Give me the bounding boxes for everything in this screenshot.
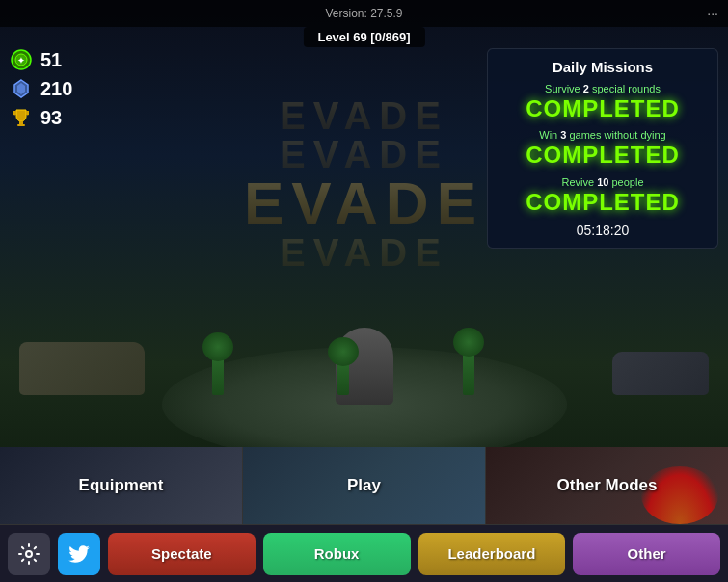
level-label: Level 69 [0/869] xyxy=(303,27,424,47)
evade-watermark: EVADE EVADE EVADE EVADE xyxy=(244,96,484,272)
evade-line-1: EVADE xyxy=(244,96,484,135)
equipment-label: Equipment xyxy=(79,476,164,495)
evade-line-2: EVADE xyxy=(244,135,484,173)
tree xyxy=(337,357,349,395)
equipment-button[interactable]: Equipment xyxy=(0,447,243,524)
tree xyxy=(212,352,224,395)
leaderboard-label: Leaderboard xyxy=(447,545,535,562)
missions-panel: Daily Missions Survive 2 special rounds … xyxy=(487,48,718,249)
toolbar: Spectate Robux Leaderboard Other xyxy=(0,524,728,582)
top-bar: Version: 27.5.9 ··· xyxy=(0,0,728,27)
spectate-label: Spectate xyxy=(151,545,212,562)
other-modes-label: Other Modes xyxy=(557,476,658,495)
mission-desc-1: Survive 2 special rounds xyxy=(502,83,703,94)
missions-title: Daily Missions xyxy=(502,59,703,75)
other-modes-button[interactable]: Other Modes xyxy=(486,447,728,524)
mission-item-1: Survive 2 special rounds COMPLETED xyxy=(502,83,703,121)
spectate-button[interactable]: Spectate xyxy=(108,533,256,575)
play-label: Play xyxy=(347,476,381,495)
tree xyxy=(463,347,474,395)
xp-stat-row: ✦ 51 xyxy=(10,48,72,71)
evade-line-main: EVADE xyxy=(244,173,484,233)
leaderboard-button[interactable]: Leaderboard xyxy=(418,533,566,575)
twitter-button[interactable] xyxy=(58,533,100,575)
fire-overlay xyxy=(641,466,718,524)
crystal-icon xyxy=(10,77,33,100)
car-right xyxy=(612,352,709,395)
other-button[interactable]: Other xyxy=(573,533,720,575)
missions-timer: 05:18:20 xyxy=(502,223,703,238)
level-bar: Level 69 [0/869] xyxy=(303,27,424,47)
mission-status-1: COMPLETED xyxy=(502,96,703,121)
trophy-value: 93 xyxy=(40,107,62,129)
mission-item-3: Revive 10 people COMPLETED xyxy=(502,176,703,215)
mission-status-3: COMPLETED xyxy=(502,190,703,215)
menu-dots-icon[interactable]: ··· xyxy=(707,6,718,21)
mission-status-2: COMPLETED xyxy=(502,143,703,168)
crystal-stat-row: 210 xyxy=(10,77,72,100)
svg-point-7 xyxy=(26,551,32,557)
robux-button[interactable]: Robux xyxy=(263,533,411,575)
svg-rect-6 xyxy=(17,124,25,126)
mission-desc-2: Win 3 games without dying xyxy=(502,129,703,141)
play-button[interactable]: Play xyxy=(243,447,486,524)
svg-rect-5 xyxy=(19,121,23,124)
svg-text:✦: ✦ xyxy=(17,56,25,66)
bottom-buttons: Equipment Play Other Modes xyxy=(0,447,728,524)
xp-value: 51 xyxy=(40,49,62,71)
version-text: Version: 27.5.9 xyxy=(325,7,402,20)
trophy-icon xyxy=(10,106,33,129)
mission-item-2: Win 3 games without dying COMPLETED xyxy=(502,129,703,168)
car-left xyxy=(19,342,145,395)
crystal-value: 210 xyxy=(40,78,72,100)
other-label: Other xyxy=(628,545,666,562)
xp-icon: ✦ xyxy=(10,48,33,71)
evade-line-3: EVADE xyxy=(244,233,484,272)
trophy-stat-row: 93 xyxy=(10,106,72,129)
mission-desc-3: Revive 10 people xyxy=(502,176,703,188)
robux-label: Robux xyxy=(314,545,360,562)
stats-panel: ✦ 51 210 93 xyxy=(10,48,72,135)
settings-button[interactable] xyxy=(8,533,50,575)
